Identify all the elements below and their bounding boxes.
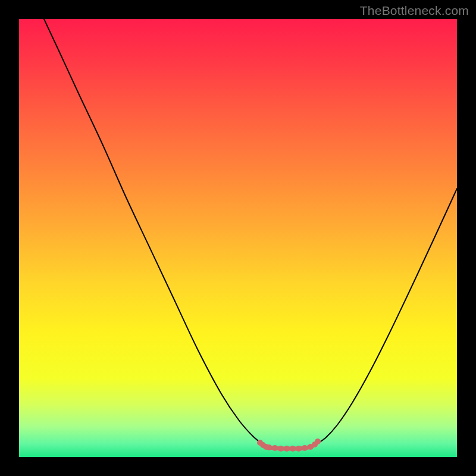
flat-segment-markers: [257, 439, 321, 452]
marker-dot: [284, 446, 290, 452]
marker-dot: [315, 439, 321, 444]
marker-dot: [302, 445, 308, 451]
bottleneck-curve: [44, 19, 457, 448]
chart-frame: TheBottleneck.com: [0, 0, 476, 476]
plot-area: [19, 19, 457, 457]
watermark-text: TheBottleneck.com: [360, 4, 469, 18]
marker-dot: [272, 445, 278, 451]
marker-dot: [266, 444, 272, 450]
curve-layer: [19, 19, 457, 457]
marker-dot: [290, 446, 296, 452]
marker-dot: [296, 446, 302, 452]
marker-dot: [278, 446, 284, 452]
